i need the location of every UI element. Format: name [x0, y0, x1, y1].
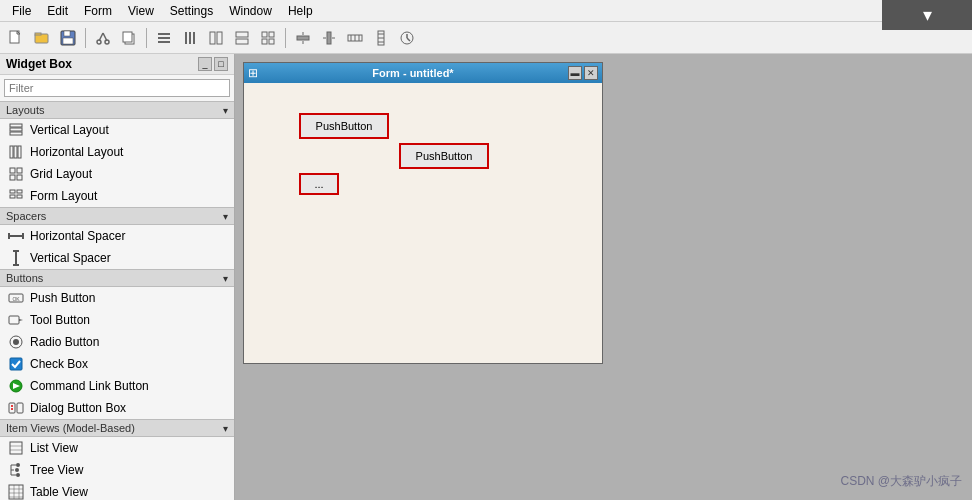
toolbar-layout4[interactable] — [230, 26, 254, 50]
item-tool-button[interactable]: Tool Button — [0, 309, 234, 331]
form-title-buttons: ▬ ✕ — [568, 66, 598, 80]
item-check-box[interactable]: Check Box — [0, 353, 234, 375]
vertical-spacer-label: Vertical Spacer — [30, 251, 111, 265]
form-title-text: Form - untitled* — [258, 67, 568, 79]
dialog-button-box-label: Dialog Button Box — [30, 401, 126, 415]
vertical-layout-icon — [8, 122, 24, 138]
toolbar-layout3[interactable] — [204, 26, 228, 50]
svg-rect-73 — [9, 403, 15, 413]
toolbar-adjust3[interactable] — [343, 26, 367, 50]
item-dialog-button-box[interactable]: Dialog Button Box — [0, 397, 234, 419]
section-layouts-arrow: ▾ — [223, 105, 228, 116]
dialog-button-box-icon — [8, 400, 24, 416]
svg-rect-26 — [269, 39, 274, 44]
list-view-label: List View — [30, 441, 78, 455]
check-box-icon — [8, 356, 24, 372]
item-radio-button[interactable]: Radio Button — [0, 331, 234, 353]
svg-rect-22 — [236, 39, 248, 44]
svg-rect-45 — [10, 128, 22, 131]
svg-rect-24 — [269, 32, 274, 37]
dropdown-arrow-icon[interactable]: ▾ — [923, 4, 932, 26]
canvas-area: ⊞ Form - untitled* ▬ ✕ PushButton PushBu… — [235, 54, 972, 500]
menu-file[interactable]: File — [4, 2, 39, 20]
horizontal-spacer-label: Horizontal Spacer — [30, 229, 125, 243]
svg-point-85 — [15, 468, 19, 472]
form-close-btn[interactable]: ✕ — [584, 66, 598, 80]
svg-text:OK: OK — [12, 296, 20, 302]
svg-line-43 — [407, 38, 410, 41]
svg-rect-5 — [64, 31, 70, 36]
item-vertical-layout[interactable]: Vertical Layout — [0, 119, 234, 141]
toolbar-adjust5[interactable] — [395, 26, 419, 50]
radio-button-icon — [8, 334, 24, 350]
svg-rect-27 — [297, 36, 309, 40]
toolbar-layout1[interactable] — [152, 26, 176, 50]
item-push-button[interactable]: OK Push Button — [0, 287, 234, 309]
check-box-label: Check Box — [30, 357, 88, 371]
svg-rect-56 — [10, 195, 15, 198]
form-ellipsis-btn[interactable]: ... — [299, 173, 339, 195]
widget-box-restore[interactable]: □ — [214, 57, 228, 71]
toolbar-save[interactable] — [56, 26, 80, 50]
svg-rect-16 — [185, 32, 187, 44]
toolbar-adjust2[interactable] — [317, 26, 341, 50]
item-list-view[interactable]: List View — [0, 437, 234, 459]
svg-rect-44 — [10, 124, 22, 127]
menu-edit[interactable]: Edit — [39, 2, 76, 20]
menu-help[interactable]: Help — [280, 2, 321, 20]
form-minimize-btn[interactable]: ▬ — [568, 66, 582, 80]
toolbar-copy[interactable] — [117, 26, 141, 50]
menu-view[interactable]: View — [120, 2, 162, 20]
svg-point-69 — [13, 339, 19, 345]
section-layouts-label: Layouts — [6, 104, 45, 116]
widget-box-title: Widget Box — [6, 57, 72, 71]
svg-rect-19 — [210, 32, 215, 44]
item-horizontal-layout[interactable]: Horizontal Layout — [0, 141, 234, 163]
section-item-views-arrow: ▾ — [223, 423, 228, 434]
item-form-layout[interactable]: Form Layout — [0, 185, 234, 207]
toolbar-layout5[interactable] — [256, 26, 280, 50]
form-pushbutton-1[interactable]: PushButton — [299, 113, 389, 139]
svg-rect-13 — [158, 33, 170, 35]
section-item-views-label: Item Views (Model-Based) — [6, 422, 135, 434]
item-horizontal-spacer[interactable]: Horizontal Spacer — [0, 225, 234, 247]
toolbar-layout2[interactable] — [178, 26, 202, 50]
section-buttons-label: Buttons — [6, 272, 43, 284]
item-grid-layout[interactable]: Grid Layout — [0, 163, 234, 185]
toolbar-new[interactable] — [4, 26, 28, 50]
push-button-label: Push Button — [30, 291, 95, 305]
menu-settings[interactable]: Settings — [162, 2, 221, 20]
toolbar-adjust1[interactable] — [291, 26, 315, 50]
tool-button-label: Tool Button — [30, 313, 90, 327]
section-spacers-label: Spacers — [6, 210, 46, 222]
svg-rect-51 — [17, 168, 22, 173]
menu-form[interactable]: Form — [76, 2, 120, 20]
form-titlebar: ⊞ Form - untitled* ▬ ✕ — [244, 63, 602, 83]
horizontal-spacer-icon — [8, 228, 24, 244]
svg-rect-57 — [17, 195, 22, 198]
filter-input[interactable] — [4, 79, 230, 97]
form-pushbutton-2[interactable]: PushButton — [399, 143, 489, 169]
svg-marker-67 — [19, 319, 23, 321]
menu-window[interactable]: Window — [221, 2, 280, 20]
section-item-views[interactable]: Item Views (Model-Based) ▾ — [0, 419, 234, 437]
svg-line-10 — [103, 33, 107, 41]
toolbar-adjust4[interactable] — [369, 26, 393, 50]
toolbar-open[interactable] — [30, 26, 54, 50]
item-table-view[interactable]: Table View — [0, 481, 234, 500]
section-layouts[interactable]: Layouts ▾ — [0, 101, 234, 119]
item-tree-view[interactable]: Tree View — [0, 459, 234, 481]
svg-rect-47 — [10, 146, 13, 158]
svg-rect-3 — [35, 33, 41, 35]
toolbar-cut[interactable] — [91, 26, 115, 50]
watermark: CSDN @大森驴小疯子 — [840, 473, 962, 490]
vertical-spacer-icon — [8, 250, 24, 266]
item-command-link-button[interactable]: Command Link Button — [0, 375, 234, 397]
item-vertical-spacer[interactable]: Vertical Spacer — [0, 247, 234, 269]
section-buttons[interactable]: Buttons ▾ — [0, 269, 234, 287]
form-content[interactable]: PushButton PushButton ... — [244, 83, 602, 363]
widget-box-minimize[interactable]: _ — [198, 57, 212, 71]
svg-rect-17 — [189, 32, 191, 44]
section-spacers[interactable]: Spacers ▾ — [0, 207, 234, 225]
svg-rect-50 — [10, 168, 15, 173]
